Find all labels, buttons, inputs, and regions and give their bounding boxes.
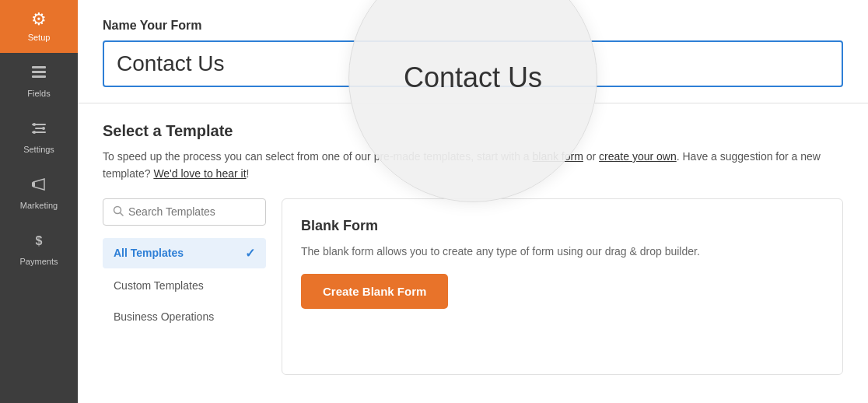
bottom-section: Select a Template To speed up the proces… bbox=[78, 103, 868, 403]
sidebar-item-marketing[interactable]: Marketing bbox=[0, 165, 78, 221]
love-to-hear-link[interactable]: We'd love to hear it bbox=[153, 167, 246, 180]
sidebar-item-settings[interactable]: Settings bbox=[0, 109, 78, 165]
sidebar-label-setup: Setup bbox=[28, 33, 51, 42]
sidebar-item-setup[interactable]: ⚙ Setup bbox=[0, 0, 78, 53]
form-name-input[interactable] bbox=[103, 40, 843, 87]
sidebar-item-payments[interactable]: $ Payments bbox=[0, 221, 78, 277]
sidebar-label-settings: Settings bbox=[23, 145, 54, 154]
select-template-desc: To speed up the process you can select f… bbox=[103, 148, 843, 183]
svg-rect-9 bbox=[32, 182, 35, 187]
blank-form-title: Blank Form bbox=[301, 218, 824, 234]
search-input[interactable] bbox=[128, 205, 256, 218]
template-list-item-all[interactable]: All Templates ✓ bbox=[103, 238, 266, 268]
setup-icon: ⚙ bbox=[31, 11, 47, 28]
blank-form-card: Blank Form The blank form allows you to … bbox=[282, 198, 843, 375]
svg-rect-1 bbox=[32, 71, 46, 73]
svg-point-8 bbox=[33, 131, 36, 134]
template-list-item-custom[interactable]: Custom Templates bbox=[103, 272, 266, 300]
svg-rect-0 bbox=[32, 66, 46, 68]
all-templates-label: All Templates bbox=[114, 247, 184, 259]
svg-point-7 bbox=[42, 127, 45, 130]
desc-end: ! bbox=[247, 167, 250, 180]
search-icon bbox=[113, 205, 124, 219]
payments-icon: $ bbox=[30, 232, 47, 252]
custom-templates-label: Custom Templates bbox=[114, 279, 204, 292]
create-blank-form-button[interactable]: Create Blank Form bbox=[301, 274, 448, 309]
marketing-icon bbox=[30, 176, 47, 196]
desc-middle: or bbox=[583, 150, 599, 163]
desc-before: To speed up the process you can select f… bbox=[103, 150, 533, 163]
fields-icon bbox=[30, 64, 47, 84]
search-box[interactable] bbox=[103, 198, 266, 226]
create-own-link[interactable]: create your own bbox=[599, 150, 677, 163]
sidebar-label-fields: Fields bbox=[27, 89, 50, 98]
all-templates-checkmark: ✓ bbox=[245, 246, 255, 261]
blank-form-link[interactable]: blank form bbox=[533, 150, 583, 163]
sidebar: ⚙ Setup Fields Settings bbox=[0, 0, 78, 403]
main-content: Name Your Form Contact Us Select a Templ… bbox=[78, 0, 868, 403]
select-template-title: Select a Template bbox=[103, 122, 843, 140]
svg-point-6 bbox=[33, 123, 36, 126]
form-name-label: Name Your Form bbox=[103, 19, 843, 33]
business-operations-label: Business Operations bbox=[114, 310, 214, 323]
settings-icon bbox=[30, 120, 47, 140]
sidebar-label-marketing: Marketing bbox=[20, 201, 58, 210]
top-section: Name Your Form bbox=[78, 0, 868, 103]
template-list: All Templates ✓ Custom Templates Busines… bbox=[103, 198, 266, 375]
sidebar-item-fields[interactable]: Fields bbox=[0, 53, 78, 109]
sidebar-label-payments: Payments bbox=[20, 257, 58, 266]
template-list-item-business[interactable]: Business Operations bbox=[103, 303, 266, 331]
template-content: All Templates ✓ Custom Templates Busines… bbox=[103, 198, 843, 375]
blank-form-desc: The blank form allows you to create any … bbox=[301, 244, 824, 260]
svg-text:$: $ bbox=[36, 234, 43, 247]
svg-rect-2 bbox=[32, 75, 46, 78]
svg-rect-4 bbox=[35, 128, 43, 129]
svg-line-12 bbox=[121, 212, 124, 216]
